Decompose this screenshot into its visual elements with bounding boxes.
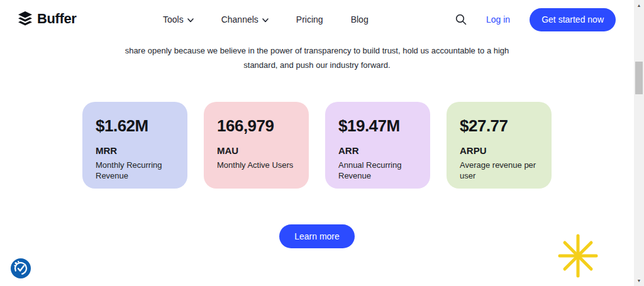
buffer-logo[interactable]: Buffer [18,11,76,27]
metric-value: $27.77 [460,116,539,136]
nav-item-blog[interactable]: Blog [351,14,369,25]
nav-item-pricing[interactable]: Pricing [296,14,323,25]
nav-item-label: Pricing [296,14,323,25]
metric-value: $19.47M [338,116,418,136]
nav-right-group: Log in Get started now [455,0,616,39]
metric-card-arpu: $27.77 ARPU Average revenue per user [447,102,552,189]
asterisk-decoration-icon [555,233,601,278]
search-icon[interactable] [455,14,467,25]
metric-value: $1.62M [96,116,175,136]
log-in-link[interactable]: Log in [486,14,510,25]
scrollbar-track[interactable]: ▲ ▼ [634,0,644,286]
metric-acronym: MAU [217,145,296,156]
top-navigation: Buffer Tools Channels Pricing Blog [0,0,634,39]
metric-value: 166,979 [217,116,296,136]
nav-item-label: Tools [163,14,184,25]
metric-acronym: ARPU [460,145,539,156]
nav-links: Tools Channels Pricing Blog [163,0,369,39]
metric-card-arr: $19.47M ARR Annual Recurring Revenue [325,102,430,189]
intro-line-1: share openly because we believe in the p… [0,43,634,58]
learn-more-button[interactable]: Learn more [279,224,355,248]
accessibility-badge-icon[interactable] [10,258,31,279]
get-started-button[interactable]: Get started now [530,8,616,31]
metrics-cards-row: $1.62M MRR Monthly Recurring Revenue 166… [0,102,634,189]
nav-item-label: Blog [351,14,369,25]
chevron-down-icon [262,18,269,23]
cta-row: Learn more [0,224,634,248]
nav-item-channels[interactable]: Channels [221,14,269,25]
metric-description: Average revenue per user [460,160,539,181]
metric-card-mau: 166,979 MAU Monthly Active Users [204,102,309,189]
scrollbar-up-arrow[interactable]: ▲ [634,0,644,11]
brand-wordmark: Buffer [37,11,76,27]
buffer-layers-icon [18,11,33,27]
metric-acronym: MRR [96,145,175,156]
metric-acronym: ARR [338,145,418,156]
scrollbar-down-arrow[interactable]: ▼ [634,275,644,286]
nav-item-tools[interactable]: Tools [163,14,194,25]
scrollbar-thumb[interactable] [635,62,643,94]
transparency-intro-text: share openly because we believe in the p… [0,43,634,72]
metric-description: Monthly Recurring Revenue [96,160,175,181]
intro-line-2: standard, and push our industry forward. [0,58,634,72]
chevron-down-icon [187,18,194,23]
metric-description: Monthly Active Users [217,160,296,171]
metric-card-mrr: $1.62M MRR Monthly Recurring Revenue [82,102,187,189]
metric-description: Annual Recurring Revenue [338,160,418,181]
nav-item-label: Channels [221,14,258,25]
page: Buffer Tools Channels Pricing Blog [0,0,634,286]
